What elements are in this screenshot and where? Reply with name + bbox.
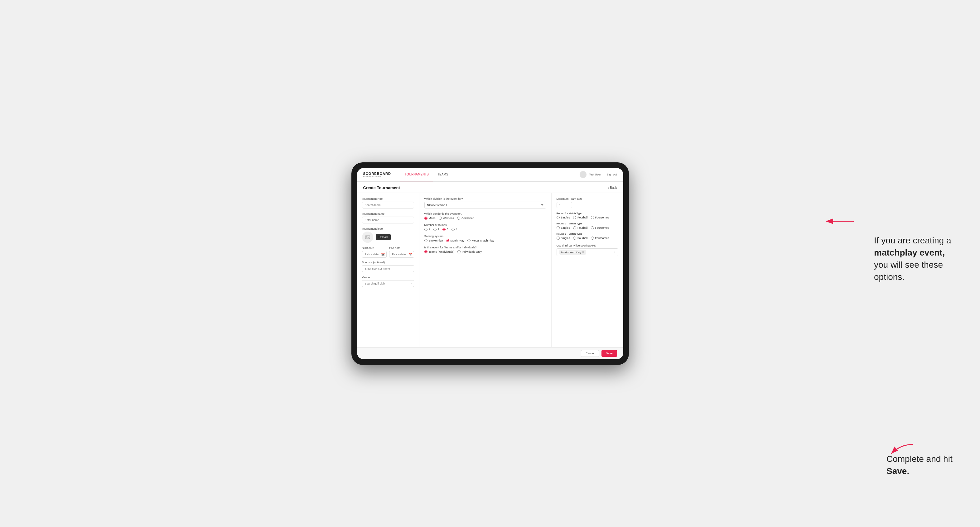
nav-link-tournaments[interactable]: TOURNAMENTS bbox=[400, 168, 433, 182]
round1-singles-radio[interactable] bbox=[557, 216, 560, 219]
round2-foursomes-radio[interactable] bbox=[591, 226, 594, 229]
round3-singles-label: Singles bbox=[561, 237, 570, 240]
round1-fourball-option[interactable]: Fourball bbox=[573, 216, 588, 219]
scoring-stroke-option[interactable]: Stroke Play bbox=[424, 239, 443, 242]
start-date-input[interactable] bbox=[362, 251, 387, 258]
tournament-host-group: Tournament Host bbox=[362, 197, 414, 208]
api-tag: Leaderboard King × bbox=[559, 250, 586, 255]
round2-singles-radio[interactable] bbox=[557, 226, 560, 229]
division-select[interactable]: NCAA Division I bbox=[424, 202, 546, 208]
rounds-3-radio[interactable] bbox=[442, 228, 445, 231]
gender-mens-option[interactable]: Mens bbox=[424, 217, 436, 220]
individuals-only-radio[interactable] bbox=[457, 250, 461, 253]
round2-foursomes-option[interactable]: Foursomes bbox=[591, 226, 609, 229]
venue-input[interactable] bbox=[362, 280, 414, 287]
nav-link-teams[interactable]: TEAMS bbox=[433, 168, 452, 182]
round3-foursomes-radio[interactable] bbox=[591, 237, 594, 240]
start-date-wrap: 📅 bbox=[362, 251, 387, 258]
gender-combined-option[interactable]: Combined bbox=[457, 217, 474, 220]
round2-radio-group: Singles Fourball Foursomes bbox=[557, 226, 618, 229]
gender-combined-label: Combined bbox=[461, 217, 474, 220]
gender-label: Which gender is the event for? bbox=[424, 212, 546, 215]
back-chevron-icon: ‹ bbox=[608, 186, 609, 189]
round3-foursomes-option[interactable]: Foursomes bbox=[591, 237, 609, 240]
max-team-group: Maximum Team Size bbox=[557, 197, 618, 208]
rounds-2-radio[interactable] bbox=[433, 228, 436, 231]
rounds-3-option[interactable]: 3 bbox=[442, 228, 449, 231]
upload-button[interactable]: Upload bbox=[376, 234, 391, 240]
rounds-4-radio[interactable] bbox=[452, 228, 455, 231]
round3-fourball-option[interactable]: Fourball bbox=[573, 237, 588, 240]
gender-mens-radio[interactable] bbox=[424, 217, 428, 220]
tablet-screen: SCOREBOARD Powered by clippit TOURNAMENT… bbox=[357, 168, 623, 359]
round2-fourball-option[interactable]: Fourball bbox=[573, 226, 588, 229]
venue-select-wrap: › bbox=[362, 280, 414, 287]
start-date-group: Start date 📅 bbox=[362, 246, 387, 258]
round2-singles-option[interactable]: Singles bbox=[557, 226, 570, 229]
scoring-stroke-label: Stroke Play bbox=[429, 239, 443, 242]
rounds-2-label: 2 bbox=[438, 228, 439, 231]
user-name: Test User bbox=[589, 173, 601, 176]
tournament-host-input[interactable] bbox=[362, 202, 414, 208]
scoring-match-option[interactable]: Match Play bbox=[446, 239, 465, 242]
max-team-input[interactable] bbox=[557, 202, 572, 208]
round1-fourball-label: Fourball bbox=[578, 216, 588, 219]
rounds-4-option[interactable]: 4 bbox=[452, 228, 457, 231]
api-tag-close-icon[interactable]: × bbox=[582, 251, 584, 254]
scoring-medal-option[interactable]: Medal Match Play bbox=[468, 239, 494, 242]
user-avatar bbox=[580, 171, 587, 178]
api-group: Use third-party live scoring API? Leader… bbox=[557, 244, 618, 256]
teams-label: Is this event for Teams and/or Individua… bbox=[424, 246, 546, 249]
gender-mens-label: Mens bbox=[429, 217, 436, 220]
logo-upload-area: Upload bbox=[362, 232, 414, 243]
cancel-button[interactable]: Cancel bbox=[581, 350, 599, 357]
round1-foursomes-option[interactable]: Foursomes bbox=[591, 216, 609, 219]
rounds-2-option[interactable]: 2 bbox=[433, 228, 439, 231]
app-logo-sub: Powered by clippit bbox=[363, 175, 391, 177]
rounds-radio-group: 1 2 3 4 bbox=[424, 228, 546, 231]
end-date-group: End date 📅 bbox=[389, 246, 414, 258]
round1-fourball-radio[interactable] bbox=[573, 216, 576, 219]
sponsor-input[interactable] bbox=[362, 265, 414, 272]
round1-singles-option[interactable]: Singles bbox=[557, 216, 570, 219]
scoring-match-radio[interactable] bbox=[446, 239, 449, 242]
round3-singles-option[interactable]: Singles bbox=[557, 237, 570, 240]
teams-plus-individuals-option[interactable]: Teams (+Individuals) bbox=[424, 250, 455, 253]
content-area: Create Tournament ‹ Back Tournament Host… bbox=[357, 182, 623, 347]
rounds-3-label: 3 bbox=[447, 228, 449, 231]
sponsor-group: Sponsor (optional) bbox=[362, 261, 414, 272]
rounds-1-radio[interactable] bbox=[424, 228, 428, 231]
tablet-frame: SCOREBOARD Powered by clippit TOURNAMENT… bbox=[352, 162, 629, 365]
round2-singles-label: Singles bbox=[561, 226, 570, 229]
teams-plus-individuals-label: Teams (+Individuals) bbox=[429, 250, 455, 253]
back-button[interactable]: ‹ Back bbox=[608, 186, 617, 189]
venue-group: Venue › bbox=[362, 276, 414, 287]
division-group: Which division is the event for? NCAA Di… bbox=[424, 197, 546, 208]
end-date-input[interactable] bbox=[389, 251, 414, 258]
date-row: Start date 📅 End date 📅 bbox=[362, 246, 414, 258]
individuals-only-option[interactable]: Individuals Only bbox=[457, 250, 482, 253]
scoring-medal-radio[interactable] bbox=[468, 239, 471, 242]
tournament-logo-group: Tournament logo Upload bbox=[362, 227, 414, 243]
api-select-wrap[interactable]: Leaderboard King × › bbox=[557, 248, 618, 256]
form-left: Tournament Host Tournament name Tourname… bbox=[357, 193, 419, 347]
rounds-1-option[interactable]: 1 bbox=[424, 228, 430, 231]
round2-match-type-label: Round 2 - Match Type bbox=[557, 222, 618, 225]
scoring-stroke-radio[interactable] bbox=[424, 239, 428, 242]
round1-foursomes-radio[interactable] bbox=[591, 216, 594, 219]
tournament-name-input[interactable] bbox=[362, 217, 414, 224]
round2-fourball-radio[interactable] bbox=[573, 226, 576, 229]
venue-chevron-icon: › bbox=[411, 282, 412, 285]
tournament-host-label: Tournament Host bbox=[362, 197, 414, 200]
teams-plus-individuals-radio[interactable] bbox=[424, 250, 428, 253]
gender-combined-radio[interactable] bbox=[457, 217, 460, 220]
save-button[interactable]: Save bbox=[601, 350, 617, 357]
scoring-medal-label: Medal Match Play bbox=[472, 239, 494, 242]
gender-womens-radio[interactable] bbox=[439, 217, 442, 220]
round3-singles-radio[interactable] bbox=[557, 237, 560, 240]
round1-radio-group: Singles Fourball Foursomes bbox=[557, 216, 618, 219]
round3-fourball-radio[interactable] bbox=[573, 237, 576, 240]
sign-out-link[interactable]: Sign out bbox=[606, 173, 617, 176]
gender-womens-option[interactable]: Womens bbox=[439, 217, 454, 220]
end-date-wrap: 📅 bbox=[389, 251, 414, 258]
